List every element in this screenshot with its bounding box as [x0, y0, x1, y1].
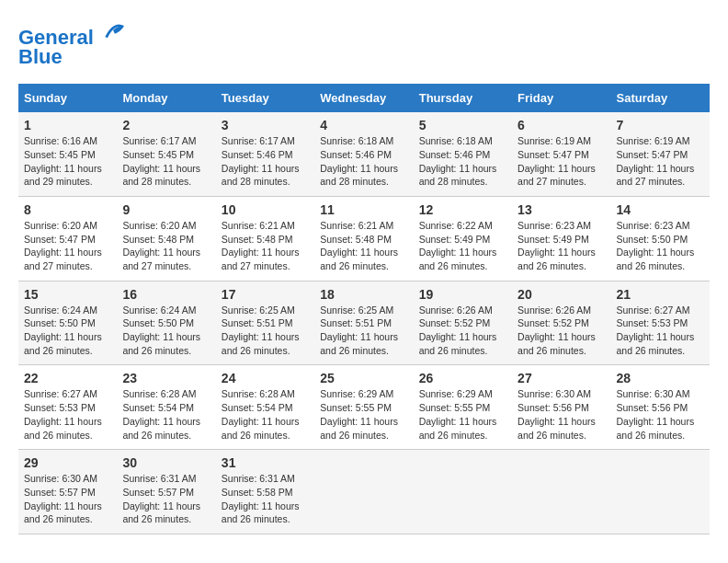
day-info: Sunrise: 6:28 AM Sunset: 5:54 PM Dayligh…	[222, 387, 309, 442]
calendar-cell: 1 Sunrise: 6:16 AM Sunset: 5:45 PM Dayli…	[18, 112, 117, 196]
day-info: Sunrise: 6:20 AM Sunset: 5:48 PM Dayligh…	[122, 219, 210, 273]
day-info: Sunrise: 6:18 AM Sunset: 5:46 PM Dayligh…	[419, 134, 506, 189]
day-info: Sunrise: 6:23 AM Sunset: 5:49 PM Dayligh…	[518, 219, 605, 273]
day-info: Sunrise: 6:17 AM Sunset: 5:45 PM Dayligh…	[122, 134, 210, 189]
calendar-cell: 10 Sunrise: 6:21 AM Sunset: 5:48 PM Dayl…	[216, 196, 314, 281]
calendar-cell: 23 Sunrise: 6:28 AM Sunset: 5:54 PM Dayl…	[117, 365, 215, 450]
calendar-cell: 3 Sunrise: 6:17 AM Sunset: 5:46 PM Dayli…	[216, 112, 314, 196]
day-number: 11	[320, 202, 407, 217]
day-number: 21	[617, 287, 704, 302]
day-info: Sunrise: 6:30 AM Sunset: 5:57 PM Dayligh…	[24, 472, 111, 526]
day-info: Sunrise: 6:26 AM Sunset: 5:52 PM Dayligh…	[518, 304, 605, 358]
day-number: 8	[24, 202, 111, 217]
day-number: 22	[24, 371, 111, 385]
day-number: 2	[122, 118, 210, 132]
day-info: Sunrise: 6:27 AM Sunset: 5:53 PM Dayligh…	[24, 387, 111, 442]
day-number: 9	[122, 202, 210, 217]
calendar-cell: 17 Sunrise: 6:25 AM Sunset: 5:51 PM Dayl…	[216, 281, 314, 365]
weekday-header: Thursday	[414, 84, 512, 112]
calendar-cell: 22 Sunrise: 6:27 AM Sunset: 5:53 PM Dayl…	[18, 365, 117, 450]
calendar-week-row: 15 Sunrise: 6:24 AM Sunset: 5:50 PM Dayl…	[18, 281, 710, 365]
day-number: 3	[222, 118, 309, 132]
day-info: Sunrise: 6:19 AM Sunset: 5:47 PM Dayligh…	[518, 134, 605, 189]
calendar-cell: 27 Sunrise: 6:30 AM Sunset: 5:56 PM Dayl…	[512, 365, 610, 450]
calendar-cell: 29 Sunrise: 6:30 AM Sunset: 5:57 PM Dayl…	[18, 450, 117, 534]
calendar-cell: 5 Sunrise: 6:18 AM Sunset: 5:46 PM Dayli…	[414, 112, 512, 196]
day-number: 16	[122, 287, 210, 302]
day-info: Sunrise: 6:18 AM Sunset: 5:46 PM Dayligh…	[320, 134, 407, 189]
calendar-cell	[611, 450, 710, 534]
day-info: Sunrise: 6:30 AM Sunset: 5:56 PM Dayligh…	[518, 387, 605, 442]
day-info: Sunrise: 6:16 AM Sunset: 5:45 PM Dayligh…	[24, 134, 111, 189]
day-info: Sunrise: 6:24 AM Sunset: 5:50 PM Dayligh…	[122, 304, 210, 358]
day-number: 12	[419, 202, 506, 217]
day-number: 7	[617, 118, 704, 132]
calendar-body: 1 Sunrise: 6:16 AM Sunset: 5:45 PM Dayli…	[18, 112, 710, 534]
calendar-cell: 6 Sunrise: 6:19 AM Sunset: 5:47 PM Dayli…	[512, 112, 610, 196]
calendar-table: SundayMondayTuesdayWednesdayThursdayFrid…	[18, 84, 710, 534]
day-info: Sunrise: 6:23 AM Sunset: 5:50 PM Dayligh…	[617, 219, 704, 273]
day-number: 23	[122, 371, 210, 385]
day-number: 4	[320, 118, 407, 132]
day-number: 1	[24, 118, 111, 132]
day-info: Sunrise: 6:26 AM Sunset: 5:52 PM Dayligh…	[419, 304, 506, 358]
day-info: Sunrise: 6:28 AM Sunset: 5:54 PM Dayligh…	[122, 387, 210, 442]
day-number: 29	[24, 455, 111, 470]
calendar-cell: 21 Sunrise: 6:27 AM Sunset: 5:53 PM Dayl…	[611, 281, 710, 365]
calendar-cell: 7 Sunrise: 6:19 AM Sunset: 5:47 PM Dayli…	[611, 112, 710, 196]
day-info: Sunrise: 6:21 AM Sunset: 5:48 PM Dayligh…	[320, 219, 407, 273]
day-number: 15	[24, 287, 111, 302]
weekday-header: Saturday	[611, 84, 710, 112]
calendar-cell: 14 Sunrise: 6:23 AM Sunset: 5:50 PM Dayl…	[611, 196, 710, 281]
day-number: 24	[222, 371, 309, 385]
calendar-cell: 24 Sunrise: 6:28 AM Sunset: 5:54 PM Dayl…	[216, 365, 314, 450]
calendar-cell: 18 Sunrise: 6:25 AM Sunset: 5:51 PM Dayl…	[314, 281, 413, 365]
calendar-cell: 4 Sunrise: 6:18 AM Sunset: 5:46 PM Dayli…	[314, 112, 413, 196]
calendar-cell: 16 Sunrise: 6:24 AM Sunset: 5:50 PM Dayl…	[117, 281, 215, 365]
day-number: 25	[320, 371, 407, 385]
day-number: 30	[122, 455, 210, 470]
calendar-cell: 30 Sunrise: 6:31 AM Sunset: 5:57 PM Dayl…	[117, 450, 215, 534]
day-number: 26	[419, 371, 506, 385]
day-info: Sunrise: 6:31 AM Sunset: 5:57 PM Dayligh…	[122, 472, 210, 526]
calendar-week-row: 8 Sunrise: 6:20 AM Sunset: 5:47 PM Dayli…	[18, 196, 710, 281]
weekday-header: Friday	[512, 84, 610, 112]
day-info: Sunrise: 6:31 AM Sunset: 5:58 PM Dayligh…	[222, 472, 309, 526]
calendar-cell: 28 Sunrise: 6:30 AM Sunset: 5:56 PM Dayl…	[611, 365, 710, 450]
day-info: Sunrise: 6:22 AM Sunset: 5:49 PM Dayligh…	[419, 219, 506, 273]
day-number: 5	[419, 118, 506, 132]
weekday-header: Tuesday	[216, 84, 314, 112]
calendar-header-row: SundayMondayTuesdayWednesdayThursdayFrid…	[18, 84, 710, 112]
calendar-cell: 26 Sunrise: 6:29 AM Sunset: 5:55 PM Dayl…	[414, 365, 512, 450]
day-number: 31	[222, 455, 309, 470]
day-info: Sunrise: 6:30 AM Sunset: 5:56 PM Dayligh…	[617, 387, 704, 442]
day-info: Sunrise: 6:21 AM Sunset: 5:48 PM Dayligh…	[222, 219, 309, 273]
day-info: Sunrise: 6:24 AM Sunset: 5:50 PM Dayligh…	[24, 304, 111, 358]
weekday-header: Monday	[117, 84, 215, 112]
calendar-cell: 19 Sunrise: 6:26 AM Sunset: 5:52 PM Dayl…	[414, 281, 512, 365]
day-info: Sunrise: 6:29 AM Sunset: 5:55 PM Dayligh…	[320, 387, 407, 442]
calendar-cell: 8 Sunrise: 6:20 AM Sunset: 5:47 PM Dayli…	[18, 196, 117, 281]
calendar-cell	[512, 450, 610, 534]
day-info: Sunrise: 6:19 AM Sunset: 5:47 PM Dayligh…	[617, 134, 704, 189]
calendar-cell: 9 Sunrise: 6:20 AM Sunset: 5:48 PM Dayli…	[117, 196, 215, 281]
calendar-cell: 13 Sunrise: 6:23 AM Sunset: 5:49 PM Dayl…	[512, 196, 610, 281]
day-number: 13	[518, 202, 605, 217]
day-number: 27	[518, 371, 605, 385]
weekday-header: Sunday	[18, 84, 117, 112]
logo: General Blue	[18, 18, 127, 69]
day-number: 14	[617, 202, 704, 217]
day-info: Sunrise: 6:25 AM Sunset: 5:51 PM Dayligh…	[320, 304, 407, 358]
day-number: 19	[419, 287, 506, 302]
calendar-cell: 2 Sunrise: 6:17 AM Sunset: 5:45 PM Dayli…	[117, 112, 215, 196]
day-number: 20	[518, 287, 605, 302]
calendar-cell	[314, 450, 413, 534]
day-info: Sunrise: 6:27 AM Sunset: 5:53 PM Dayligh…	[617, 304, 704, 358]
calendar-cell: 11 Sunrise: 6:21 AM Sunset: 5:48 PM Dayl…	[314, 196, 413, 281]
calendar-cell	[414, 450, 512, 534]
calendar-cell: 12 Sunrise: 6:22 AM Sunset: 5:49 PM Dayl…	[414, 196, 512, 281]
day-info: Sunrise: 6:20 AM Sunset: 5:47 PM Dayligh…	[24, 219, 111, 273]
calendar-week-row: 22 Sunrise: 6:27 AM Sunset: 5:53 PM Dayl…	[18, 365, 710, 450]
calendar-cell: 20 Sunrise: 6:26 AM Sunset: 5:52 PM Dayl…	[512, 281, 610, 365]
day-number: 18	[320, 287, 407, 302]
